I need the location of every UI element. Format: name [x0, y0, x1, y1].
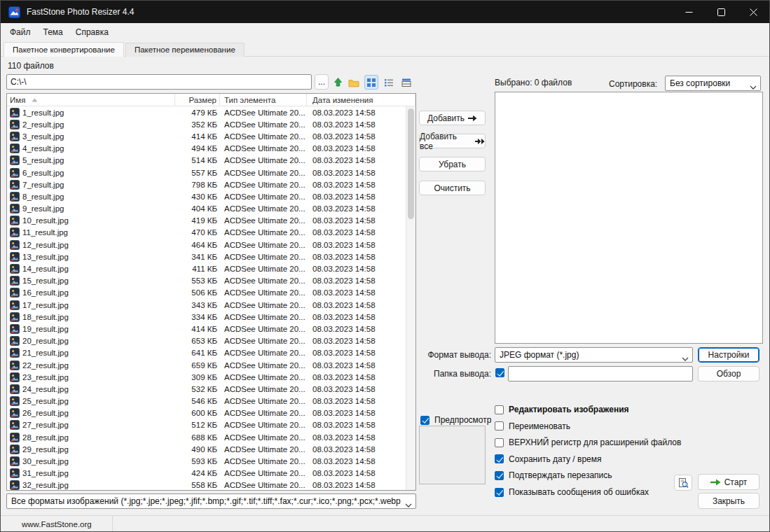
- table-row[interactable]: 5_result.jpg 514 КБ ACDSee Ultimate 20..…: [7, 155, 406, 167]
- remove-button[interactable]: Убрать: [419, 157, 486, 172]
- table-row[interactable]: 6_result.jpg 557 КБ ACDSee Ultimate 20..…: [7, 167, 406, 178]
- file-list-scrollbar[interactable]: [406, 106, 415, 490]
- table-row[interactable]: 32_result.jpg 558 КБ ACDSee Ultimate 20.…: [7, 479, 406, 490]
- table-row[interactable]: 29_result.jpg 490 КБ ACDSee Ultimate 20.…: [7, 443, 406, 455]
- menu-item-0[interactable]: Файл: [4, 24, 37, 40]
- scrollbar-thumb[interactable]: [408, 108, 414, 219]
- file-name: 4_result.jpg: [22, 144, 64, 153]
- table-row[interactable]: 30_result.jpg 593 КБ ACDSee Ultimate 20.…: [7, 455, 406, 467]
- table-row[interactable]: 8_result.jpg 430 КБ ACDSee Ultimate 20..…: [7, 190, 406, 202]
- table-row[interactable]: 25_result.jpg 546 КБ ACDSee Ultimate 20.…: [7, 396, 406, 407]
- file-type: ACDSee Ultimate 20...: [220, 169, 307, 177]
- file-type: ACDSee Ultimate 20...: [220, 409, 307, 417]
- option-row[interactable]: Переименовать: [495, 420, 570, 433]
- table-row[interactable]: 24_result.jpg 532 КБ ACDSee Ultimate 20.…: [7, 383, 406, 395]
- table-row[interactable]: 28_result.jpg 688 КБ ACDSee Ultimate 20.…: [7, 431, 406, 443]
- table-row[interactable]: 13_result.jpg 341 КБ ACDSee Ultimate 20.…: [7, 251, 406, 262]
- option-row[interactable]: Редактировать изображения: [495, 403, 629, 416]
- close-icon: [750, 8, 757, 16]
- settings-button[interactable]: Настройки: [698, 347, 759, 363]
- option-row[interactable]: ВЕРХНИЙ регистр для расширений файлов: [495, 436, 681, 449]
- menu-item-2[interactable]: Справка: [69, 24, 115, 40]
- file-size: 653 КБ: [175, 337, 220, 345]
- file-size: 532 КБ: [175, 385, 220, 393]
- table-row[interactable]: 31_result.jpg 424 КБ ACDSee Ultimate 20.…: [7, 468, 406, 479]
- table-row[interactable]: 10_result.jpg 419 КБ ACDSee Ultimate 20.…: [7, 215, 406, 227]
- maximize-button[interactable]: [705, 1, 737, 23]
- path-input[interactable]: [6, 74, 312, 90]
- column-header-date[interactable]: Дата изменения: [307, 94, 415, 106]
- table-row[interactable]: 14_result.jpg 411 КБ ACDSee Ultimate 20.…: [7, 262, 406, 274]
- table-row[interactable]: 3_result.jpg 414 КБ ACDSee Ultimate 20..…: [7, 130, 406, 142]
- tab-batch-convert[interactable]: Пакетное конвертирование: [4, 42, 124, 57]
- option-checkbox[interactable]: [495, 405, 504, 414]
- up-folder-button[interactable]: [331, 75, 345, 90]
- option-checkbox[interactable]: [495, 438, 504, 447]
- option-checkbox[interactable]: [495, 488, 504, 497]
- file-date: 08.03.2023 14:58: [307, 204, 406, 213]
- option-checkbox[interactable]: [495, 454, 504, 463]
- table-row[interactable]: 16_result.jpg 506 КБ ACDSee Ultimate 20.…: [7, 287, 406, 299]
- output-format-select[interactable]: JPEG формат (*.jpg): [495, 347, 693, 363]
- table-row[interactable]: 26_result.jpg 600 КБ ACDSee Ultimate 20.…: [7, 407, 406, 419]
- file-type-icon: [10, 336, 20, 346]
- output-folder-checkbox[interactable]: [495, 368, 504, 377]
- window-title: FastStone Photo Resizer 4.4: [27, 7, 134, 17]
- option-row[interactable]: Показывать сообщения об ошибках: [495, 486, 649, 498]
- table-row[interactable]: 27_result.jpg 512 КБ ACDSee Ultimate 20.…: [7, 419, 406, 431]
- chevron-down-icon: [750, 85, 757, 90]
- thumbnail-view-button[interactable]: [364, 75, 378, 90]
- column-header-type[interactable]: Тип элемента: [220, 94, 307, 106]
- table-row[interactable]: 17_result.jpg 343 КБ ACDSee Ultimate 20.…: [7, 299, 406, 311]
- preview-result-button[interactable]: [674, 475, 692, 491]
- table-row[interactable]: 23_result.jpg 309 КБ ACDSee Ultimate 20.…: [7, 371, 406, 383]
- table-row[interactable]: 9_result.jpg 404 КБ ACDSee Ultimate 20..…: [7, 203, 406, 215]
- minimize-button[interactable]: [673, 1, 705, 23]
- file-type: ACDSee Ultimate 20...: [220, 228, 307, 237]
- menu-item-1[interactable]: Тема: [37, 24, 69, 40]
- start-button[interactable]: Старт: [698, 474, 759, 490]
- table-row[interactable]: 15_result.jpg 553 КБ ACDSee Ultimate 20.…: [7, 275, 406, 287]
- list-view-button[interactable]: [382, 75, 396, 90]
- table-row[interactable]: 11_result.jpg 470 КБ ACDSee Ultimate 20.…: [7, 227, 406, 239]
- option-row[interactable]: Подтверждать перезапись: [495, 469, 612, 482]
- option-row[interactable]: Сохранить дату / время: [495, 453, 601, 465]
- table-row[interactable]: 22_result.jpg 659 КБ ACDSee Ultimate 20.…: [7, 359, 406, 371]
- file-type-icon: [10, 408, 20, 418]
- column-header-size[interactable]: Размер: [175, 94, 220, 106]
- browse-path-button[interactable]: ...: [315, 74, 329, 90]
- option-checkbox[interactable]: [495, 471, 504, 480]
- file-name: 14_result.jpg: [22, 265, 69, 273]
- table-row[interactable]: 19_result.jpg 414 КБ ACDSee Ultimate 20.…: [7, 323, 406, 335]
- add-all-button[interactable]: Добавить все: [419, 134, 486, 148]
- table-row[interactable]: 1_result.jpg 479 КБ ACDSee Ultimate 20..…: [7, 106, 406, 118]
- sort-select[interactable]: Без сортировки: [665, 76, 761, 91]
- table-row[interactable]: 7_result.jpg 798 КБ ACDSee Ultimate 20..…: [7, 178, 406, 190]
- browse-output-button[interactable]: Обзор: [698, 366, 759, 382]
- column-header-name[interactable]: Имя: [7, 94, 175, 106]
- details-view-button[interactable]: [399, 75, 413, 90]
- table-row[interactable]: 2_result.jpg 352 КБ ACDSee Ultimate 20..…: [7, 118, 406, 130]
- option-checkbox[interactable]: [495, 421, 504, 430]
- output-folder-input[interactable]: [508, 366, 693, 382]
- preview-checkbox[interactable]: [420, 416, 429, 425]
- file-size: 404 КБ: [175, 204, 220, 213]
- format-filter-select[interactable]: Все форматы изображений (*.jpg;*.jpe;*.j…: [6, 493, 416, 509]
- table-row[interactable]: 21_result.jpg 641 КБ ACDSee Ultimate 20.…: [7, 347, 406, 359]
- target-file-list[interactable]: [495, 92, 763, 344]
- add-button[interactable]: Добавить: [419, 111, 486, 125]
- close-app-button[interactable]: Закрыть: [698, 493, 759, 509]
- file-type: ACDSee Ultimate 20...: [220, 204, 307, 213]
- minimize-icon: [685, 8, 693, 16]
- preview-option[interactable]: Предпросмотр: [420, 414, 491, 426]
- browse-folder-button[interactable]: [347, 75, 361, 90]
- table-row[interactable]: 12_result.jpg 464 КБ ACDSee Ultimate 20.…: [7, 239, 406, 251]
- app-logo-icon: [8, 6, 20, 18]
- table-row[interactable]: 4_result.jpg 494 КБ ACDSee Ultimate 20..…: [7, 143, 406, 155]
- tab-batch-rename[interactable]: Пакетное переименование: [125, 43, 245, 57]
- close-button[interactable]: [737, 1, 769, 23]
- file-type-icon: [10, 324, 20, 334]
- table-row[interactable]: 18_result.jpg 334 КБ ACDSee Ultimate 20.…: [7, 311, 406, 323]
- table-row[interactable]: 20_result.jpg 653 КБ ACDSee Ultimate 20.…: [7, 335, 406, 347]
- clear-button[interactable]: Очистить: [419, 181, 486, 195]
